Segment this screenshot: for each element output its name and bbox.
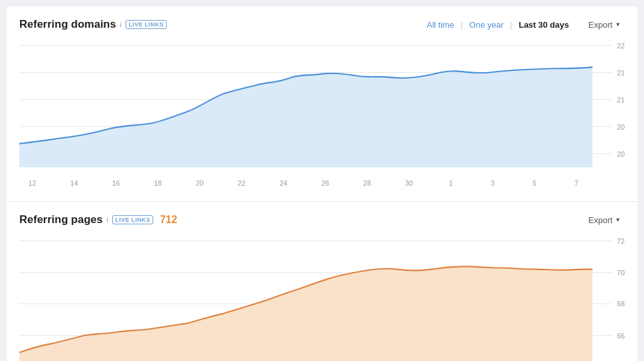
x-label: 24	[277, 179, 290, 187]
x-label: 22	[235, 179, 248, 187]
svg-text:210: 210	[617, 95, 625, 103]
section1-chart-svg: 220 215 210 205 200	[19, 39, 625, 174]
section1-export-label: Export	[589, 20, 613, 30]
x-label: 26	[319, 179, 332, 187]
section2-title: Referring pages	[19, 213, 102, 226]
svg-text:700: 700	[617, 269, 625, 277]
x-label: 7	[570, 179, 583, 187]
section2-chart-svg: 720 700 680 660	[19, 234, 625, 361]
section2-title-group: Referring pages i LIVE LINKS 712	[19, 213, 177, 226]
svg-text:205: 205	[617, 122, 625, 130]
svg-text:220: 220	[617, 41, 625, 49]
x-label: 20	[193, 179, 206, 187]
svg-text:720: 720	[617, 237, 625, 244]
section2-count: 712	[160, 214, 177, 226]
section1-header: Referring domains i LIVE LINKS All time …	[19, 18, 625, 31]
x-label: 1	[444, 179, 457, 187]
x-label	[612, 179, 625, 187]
section1-export-arrow: ▼	[615, 21, 621, 28]
x-label: 5	[528, 179, 541, 187]
section1-title: Referring domains	[19, 18, 116, 31]
x-label: 28	[361, 179, 374, 187]
section1-export-button[interactable]: Export ▼	[585, 19, 625, 31]
section2-header-right: Export ▼	[585, 214, 625, 226]
x-label: 12	[26, 179, 39, 187]
section2-header: Referring pages i LIVE LINKS 712 Export …	[19, 213, 625, 226]
section2-chart-container: 720 700 680 660	[19, 234, 625, 361]
svg-text:215: 215	[617, 68, 625, 76]
section1-chart-container: 220 215 210 205 200	[19, 39, 625, 174]
x-label: 16	[109, 179, 122, 187]
filter-one-year[interactable]: One year	[464, 19, 509, 31]
referring-domains-section: Referring domains i LIVE LINKS All time …	[6, 6, 638, 196]
filter-last-30[interactable]: Last 30 days	[513, 19, 574, 31]
section1-title-group: Referring domains i LIVE LINKS	[19, 18, 167, 31]
referring-pages-section: Referring pages i LIVE LINKS 712 Export …	[6, 202, 638, 361]
x-label: 30	[402, 179, 415, 187]
svg-text:200: 200	[617, 150, 625, 157]
svg-text:660: 660	[617, 331, 625, 339]
svg-text:680: 680	[617, 300, 625, 307]
info-icon-2[interactable]: i	[106, 216, 108, 224]
section1-badge: LIVE LINKS	[126, 20, 167, 29]
section2-export-button[interactable]: Export ▼	[585, 214, 625, 226]
section2-export-label: Export	[589, 215, 613, 225]
info-icon-1[interactable]: i	[120, 21, 121, 28]
x-label: 14	[68, 179, 80, 187]
sep2: |	[509, 20, 513, 30]
section1-x-axis: 12 14 16 18 20 22 24 26 28 30 1 3 5 7	[19, 177, 625, 190]
section2-badge: LIVE LINKS	[112, 215, 154, 224]
page-container: Referring domains i LIVE LINKS All time …	[6, 6, 638, 361]
sep1: |	[459, 20, 464, 30]
x-label: 3	[486, 179, 499, 187]
section1-header-right: All time | One year | Last 30 days Expor…	[422, 19, 625, 31]
filter-all-time[interactable]: All time	[422, 19, 460, 31]
x-label: 18	[151, 179, 164, 187]
section2-export-arrow: ▼	[615, 217, 621, 223]
time-filters: All time | One year | Last 30 days	[422, 19, 574, 31]
